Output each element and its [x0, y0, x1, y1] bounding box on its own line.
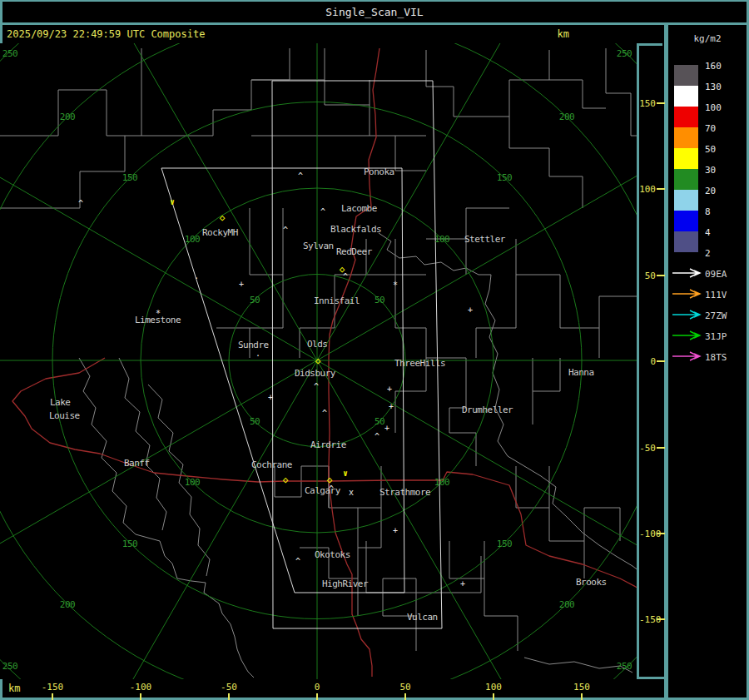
color-scale-block: [674, 169, 698, 190]
range-ring-label: 100: [185, 477, 200, 488]
right-axis-tick-label: 50: [639, 271, 656, 281]
radar-id-label: 111V: [705, 290, 727, 300]
radar-id-arrow-icon: [672, 268, 703, 278]
radar-id-label: 18TS: [705, 352, 727, 363]
range-ring-label: 50: [250, 295, 260, 305]
window-title: Single_Scan_VIL: [0, 6, 749, 18]
radar-site-marker: ◇: [327, 475, 333, 484]
color-scale-block: [674, 231, 698, 252]
radar-site-marker: ◇: [283, 475, 289, 484]
radar-id-arrow-icon: [672, 351, 703, 361]
color-scale-value: 2: [705, 248, 711, 259]
bottom-axis-tick-mark: [228, 693, 230, 700]
point-marker: ^: [374, 433, 379, 441]
point-marker: +: [393, 527, 398, 535]
place-label-cochrane: Cochrane: [251, 459, 292, 470]
place-label-highriver: HighRiver: [322, 578, 368, 589]
bottom-axis-tick-mark: [316, 693, 318, 700]
range-ring-label: 250: [2, 661, 17, 672]
right-axis-tick-mark: [657, 102, 665, 104]
title-bar: Single_Scan_VIL: [0, 0, 749, 23]
bottom-axis-unit: km: [8, 683, 20, 694]
bottom-axis-tick-mark: [52, 693, 53, 700]
radar-id-label: 09EA: [705, 269, 727, 280]
place-label-drumheller: Drumheller: [462, 405, 513, 415]
bottom-axis-tick-label: -150: [42, 682, 64, 693]
bottom-axis-tick-label: -100: [130, 682, 152, 693]
bottom-axis-tick-label: -50: [221, 682, 237, 693]
place-label-didsbury: Didsbury: [295, 368, 335, 379]
bottom-axis-tick-label: 150: [573, 682, 590, 693]
right-axis-tick-label: -150: [639, 614, 656, 625]
right-axis-tick-label: 0: [639, 356, 656, 367]
right-axis-tick-label: -50: [639, 443, 656, 454]
right-axis-tick-mark: [657, 533, 665, 534]
radar-site-marker: ◇: [315, 356, 321, 365]
right-axis-tick-label: 100: [639, 184, 656, 195]
storm-motion-arrow: ∨: [170, 198, 175, 206]
range-ring-label: 100: [434, 477, 449, 488]
bottom-axis-tick-label: 100: [485, 682, 502, 693]
place-label-ponoka: Ponoka: [364, 166, 394, 177]
point-marker: ^: [78, 200, 83, 208]
point-marker: ^: [314, 383, 319, 391]
range-ring-label: 200: [60, 599, 75, 610]
map-area: 5050505010010010010015015015015020020020…: [0, 43, 637, 679]
right-axis-tick-label: 150: [639, 98, 656, 109]
place-label-lacombe: Lacombe: [341, 203, 377, 214]
right-axis-tick-mark: [657, 188, 665, 190]
point-marker: .: [194, 272, 199, 280]
bottom-axis: km -150-100-50050100150: [0, 679, 662, 700]
point-marker: ^: [322, 410, 327, 418]
place-label-banff: Banff: [124, 458, 150, 469]
place-label-innisfail: Innisfail: [314, 295, 360, 306]
place-label-stettler: Stettler: [464, 234, 505, 245]
range-ring-label: 250: [617, 48, 632, 59]
point-marker: ^: [283, 226, 288, 235]
range-ring-label: 200: [60, 112, 75, 122]
right-axis-tick-mark: [657, 275, 665, 276]
bottom-axis-tick-mark: [140, 693, 141, 700]
range-ring-label: 100: [185, 234, 200, 245]
color-scale-value: 4: [705, 227, 711, 238]
color-scale-block: [674, 148, 698, 169]
color-scale-block: [674, 65, 698, 86]
range-ring-label: 250: [2, 48, 17, 59]
right-axis-tick-mark: [657, 447, 665, 449]
range-ring-label: 100: [434, 234, 449, 245]
point-marker: ^: [320, 208, 325, 216]
color-scale-block: [674, 107, 698, 127]
range-ring-label: 150: [497, 539, 512, 549]
range-ring-label: 50: [374, 295, 384, 305]
place-label-sylvan: Sylvan: [303, 241, 334, 251]
point-marker: +: [468, 306, 473, 315]
header-strip: 2025/09/23 22:49:59 UTC Composite km: [0, 25, 662, 43]
color-scale-value: 20: [705, 186, 716, 196]
radar-id-label: 31JP: [705, 331, 727, 342]
place-label-vulcan: Vulcan: [407, 612, 438, 623]
point-marker: +: [389, 403, 394, 411]
point-marker: ^: [295, 558, 300, 566]
bottom-axis-tick-mark: [493, 693, 494, 700]
place-label-louise: Louise: [49, 410, 80, 421]
right-axis-unit: km: [558, 28, 569, 40]
place-label-blackfalds: Blackfalds: [330, 224, 381, 235]
place-label-reddeer: RedDeer: [336, 246, 372, 257]
point-marker: *: [156, 310, 161, 318]
radar-display-window: Single_Scan_VIL 2025/09/23 22:49:59 UTC …: [0, 0, 749, 700]
point-marker: x: [349, 489, 354, 497]
radar-id-arrow-icon: [672, 289, 703, 299]
scan-timestamp: 2025/09/23 22:49:59 UTC Composite: [7, 28, 205, 40]
color-scale-value: 100: [705, 102, 722, 113]
point-marker: *: [393, 281, 398, 290]
place-label-calgary: Calgary: [305, 485, 340, 496]
storm-motion-arrow: ∨: [343, 469, 348, 478]
range-ring-label: 150: [497, 172, 512, 183]
color-scale-value: 50: [705, 144, 716, 155]
bottom-axis-tick-mark: [581, 693, 583, 700]
color-scale-value: 70: [705, 123, 716, 134]
range-ring-label: 200: [559, 112, 574, 122]
color-scale-value: 30: [705, 165, 716, 176]
place-label-hanna: Hanna: [568, 367, 594, 378]
color-scale-block: [674, 86, 698, 107]
